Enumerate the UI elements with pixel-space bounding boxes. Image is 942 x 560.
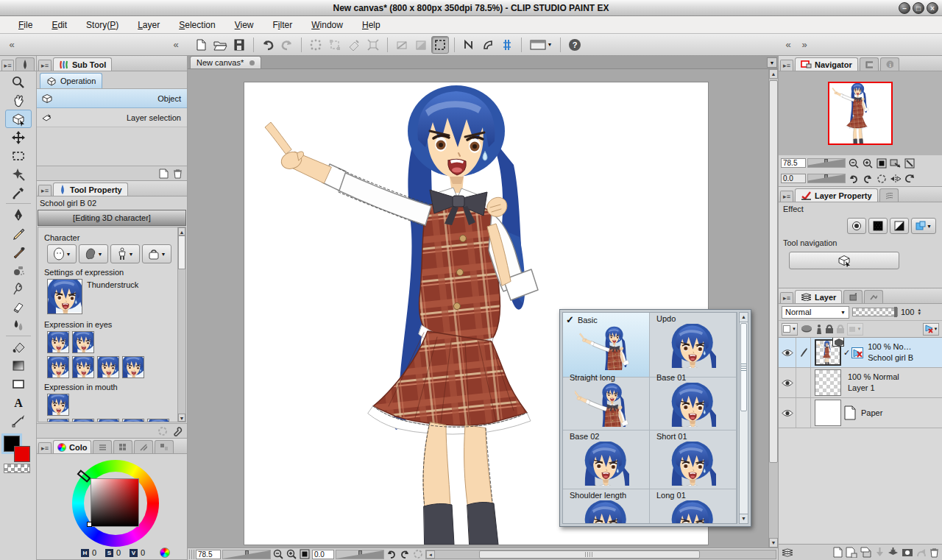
hairstyle-option[interactable]: ✓ Basic xyxy=(563,313,650,378)
navigator-zoom-value[interactable]: 78.5 xyxy=(781,158,806,168)
layer-edit-cell[interactable] xyxy=(796,398,811,428)
minimize-button[interactable]: – xyxy=(899,2,910,14)
layer-row[interactable]: Paper xyxy=(779,398,942,428)
nav-full-button[interactable] xyxy=(903,157,916,169)
hairstyle-option[interactable]: Shoulder length xyxy=(563,489,650,524)
reselect-button[interactable] xyxy=(326,36,344,54)
nav-rotate-right-button[interactable] xyxy=(861,173,874,185)
opacity-spinner[interactable]: ▲▼ xyxy=(917,308,921,316)
navigator-zoom-slider[interactable] xyxy=(807,158,846,168)
statusbar-grip[interactable] xyxy=(189,550,194,559)
rotate-left-button[interactable] xyxy=(386,549,397,560)
expression-option-thumbnail[interactable] xyxy=(72,356,94,378)
workspace-button[interactable]: ▼ xyxy=(527,36,555,54)
information-tab[interactable]: i xyxy=(880,57,899,71)
reset-tool-icon[interactable] xyxy=(157,426,168,436)
tool-navigation-button[interactable] xyxy=(789,252,899,269)
layer-edit-cell[interactable] xyxy=(796,338,811,367)
horizontal-scroll-thumb[interactable] xyxy=(479,550,700,559)
horizontal-scrollbar[interactable]: ◄ xyxy=(425,550,776,559)
layer-visibility-cell[interactable] xyxy=(779,368,796,397)
subview-tab[interactable] xyxy=(860,57,879,71)
scroll-up-icon[interactable]: ▲ xyxy=(178,227,185,235)
layer-thumbnail[interactable] xyxy=(815,400,841,426)
snap-to-ruler-button[interactable] xyxy=(460,36,478,54)
operation-group-tab[interactable]: Operation xyxy=(40,73,102,88)
gradient-tool[interactable] xyxy=(5,356,32,375)
character-accessory-dropdown[interactable]: ▼ xyxy=(142,244,171,263)
layer-row[interactable]: 100 % Normal Layer 1 xyxy=(779,368,942,398)
auto-select-tool[interactable] xyxy=(5,165,32,183)
zoom-tool[interactable] xyxy=(5,73,32,91)
new-file-button[interactable] xyxy=(192,36,210,54)
background-color-swatch[interactable] xyxy=(14,446,30,462)
character-body-dropdown[interactable]: ▼ xyxy=(110,244,140,263)
color-wheel-tab[interactable]: Colo xyxy=(53,440,91,453)
layer-visibility-cell[interactable] xyxy=(779,398,796,428)
tool-property-scrollbar[interactable]: ▲ ▼ xyxy=(177,227,185,422)
merge-down-icon[interactable] xyxy=(888,547,899,558)
airbrush-tool[interactable] xyxy=(5,260,32,279)
menu-window[interactable]: Window xyxy=(302,20,353,30)
color-panel-menu-icon[interactable]: ▸≡ xyxy=(38,442,52,453)
layer-property-tab[interactable]: Layer Property xyxy=(795,188,878,202)
layer-property-panel-menu-icon[interactable]: ▸≡ xyxy=(780,191,793,202)
expression-thumbnail[interactable] xyxy=(47,279,82,314)
expression-option-thumbnail[interactable] xyxy=(147,419,169,422)
maximize-button[interactable]: □ xyxy=(913,2,924,14)
vertical-scrollbar[interactable]: ▲ ▼ xyxy=(768,69,778,547)
scroll-down-icon[interactable]: ▼ xyxy=(769,538,778,547)
layer-panel-menu-icon[interactable]: ▸≡ xyxy=(780,292,793,303)
hand-tool[interactable] xyxy=(5,91,32,110)
editing-3d-character-button[interactable]: [Editing 3D character] xyxy=(38,210,186,226)
fit-to-screen-button[interactable] xyxy=(299,549,311,560)
hairstyle-option[interactable]: Long 01 xyxy=(650,489,737,524)
menu-file[interactable]: File xyxy=(9,20,42,30)
layer-color-button[interactable]: ▼ xyxy=(911,218,936,234)
zoom-out-button[interactable] xyxy=(272,549,284,560)
menu-selection[interactable]: Selection xyxy=(169,20,224,30)
expression-option-thumbnail[interactable] xyxy=(72,419,94,422)
eye-icon[interactable] xyxy=(782,349,793,357)
layer-mask-icon[interactable] xyxy=(902,548,913,557)
layer-search-tab[interactable] xyxy=(843,290,863,303)
expression-option-thumbnail[interactable] xyxy=(47,419,69,422)
hairstyle-option[interactable]: Updo xyxy=(650,313,737,378)
expression-option-thumbnail[interactable] xyxy=(122,356,144,378)
save-button[interactable] xyxy=(230,36,248,54)
rotate-right-button[interactable] xyxy=(399,549,411,560)
deselect-button[interactable] xyxy=(307,36,325,54)
layer-extra-tab[interactable] xyxy=(864,290,883,303)
blend-mode-select[interactable]: Normal ▼ xyxy=(782,306,849,319)
lock-layer-icon[interactable] xyxy=(825,324,834,334)
figure-tool[interactable] xyxy=(5,375,32,393)
layer-visibility-cell[interactable] xyxy=(779,338,796,367)
hairstyle-option[interactable]: Straight long xyxy=(563,372,650,430)
eraser-tool[interactable] xyxy=(5,297,32,316)
nav-100-button[interactable] xyxy=(875,157,888,169)
layers-stack-icon[interactable] xyxy=(782,548,793,557)
collapse-left-panel2-icon[interactable]: « xyxy=(169,38,183,52)
layer-row[interactable]: ✓ 100 % No… School girl B xyxy=(779,338,942,368)
blend-tool[interactable] xyxy=(5,316,32,334)
menu-filter[interactable]: Filter xyxy=(263,20,302,30)
layer-color-bw-button[interactable] xyxy=(890,218,909,234)
color-mode-icon[interactable] xyxy=(160,547,170,558)
lock-transparent-icon[interactable] xyxy=(836,324,845,334)
eyedropper-tool[interactable] xyxy=(5,183,32,202)
hairstyle-option[interactable]: Short 01 xyxy=(650,430,737,489)
scroll-up-icon[interactable]: ▲ xyxy=(740,313,748,322)
expression-option-thumbnail[interactable] xyxy=(47,356,69,378)
navigator-thumbnail[interactable] xyxy=(828,82,893,145)
canvas-zoom-value[interactable]: 78.5 xyxy=(196,550,221,559)
open-file-button[interactable] xyxy=(211,36,229,54)
menu-help[interactable]: Help xyxy=(353,20,390,30)
snap-to-special-ruler-button[interactable] xyxy=(479,36,497,54)
scroll-up-icon[interactable]: ▲ xyxy=(769,69,778,79)
document-tab[interactable]: New canvas* xyxy=(190,56,261,68)
canvas-rotation-slider[interactable] xyxy=(336,550,384,559)
sub-tool-tab[interactable]: Sub Tool xyxy=(53,57,112,71)
nav-reset-rotation-button[interactable] xyxy=(875,173,888,185)
transfer-down-icon[interactable] xyxy=(875,547,885,558)
sub-tool-item[interactable]: Object xyxy=(37,89,187,108)
